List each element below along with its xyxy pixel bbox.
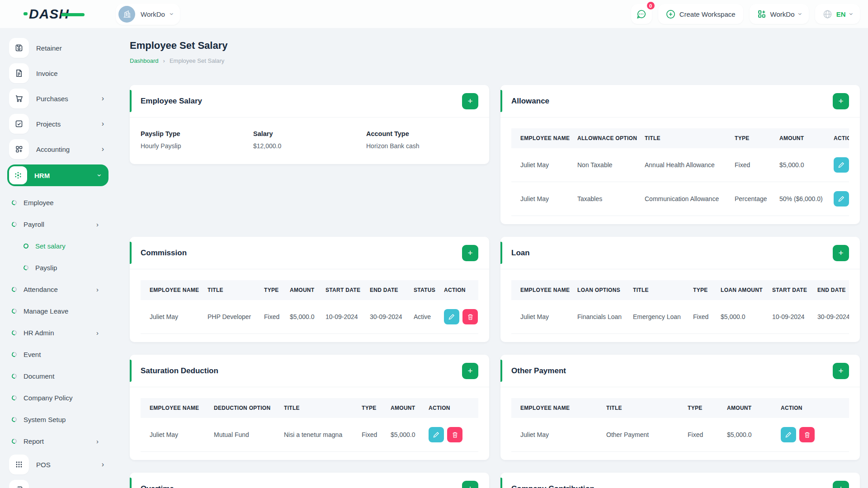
submenu-item-employee[interactable]: Employee xyxy=(12,192,108,213)
plus-icon: + xyxy=(467,96,472,106)
submenu-item-report[interactable]: Report › xyxy=(12,430,108,452)
messages-badge: 0 xyxy=(646,1,656,10)
card-accent xyxy=(500,360,502,382)
delete-button[interactable] xyxy=(462,309,478,324)
plus-icon: + xyxy=(467,366,472,376)
card-body: EMPLOYEE NAME LOAN OPTIONS TITLE TYPE LO… xyxy=(500,269,860,342)
app-menu-button[interactable]: WorkDo › xyxy=(750,4,809,24)
pencil-icon xyxy=(448,313,455,320)
messages-button[interactable]: 0 xyxy=(631,4,652,24)
submenu-item-system-setup[interactable]: System Setup xyxy=(12,408,108,430)
add-overtime-button[interactable]: + xyxy=(462,481,478,488)
add-allowance-button[interactable]: + xyxy=(833,93,849,109)
sidebar-item-hrm[interactable]: HRM › xyxy=(7,164,108,186)
card-header: Allowance + xyxy=(500,85,860,117)
table-cell: Mutual Fund xyxy=(214,418,284,452)
bullet-icon xyxy=(11,394,18,401)
table-cell: Fixed xyxy=(693,300,721,334)
chevron-down-icon: › xyxy=(796,13,803,15)
table-cell: Fixed xyxy=(688,418,727,452)
card-title: Company Contribution xyxy=(511,484,594,488)
card-header: Commission + xyxy=(130,237,489,269)
create-workspace-button[interactable]: Create Workspace xyxy=(658,4,743,24)
submenu-item-event[interactable]: Event xyxy=(12,343,108,365)
add-saturation-deduction-button[interactable]: + xyxy=(462,363,478,379)
submenu-item-hr-admin[interactable]: HR Admin › xyxy=(12,322,108,343)
column-header: TITLE xyxy=(645,128,735,148)
add-other-payment-button[interactable]: + xyxy=(833,363,849,379)
overtime-card: Overtime + xyxy=(130,473,489,488)
column-header: AMOUNT xyxy=(391,398,429,418)
add-company-contribution-button[interactable]: + xyxy=(833,481,849,488)
table-cell: Fixed xyxy=(264,300,290,334)
card-title: Allowance xyxy=(511,97,549,106)
edit-button[interactable] xyxy=(834,191,849,206)
sidebar-item-projects[interactable]: Projects › xyxy=(9,114,108,134)
edit-button[interactable] xyxy=(429,427,444,442)
submenu-item-payslip[interactable]: Payslip xyxy=(12,257,108,278)
add-commission-button[interactable]: + xyxy=(462,245,478,261)
breadcrumb-dashboard-link[interactable]: Dashboard xyxy=(130,57,159,64)
language-button[interactable]: EN › xyxy=(815,4,860,24)
chevron-right-icon: › xyxy=(102,486,104,488)
sidebar-item-retainer[interactable]: Retainer xyxy=(9,38,108,58)
main-content: Employee Set Salary Dashboard › Employee… xyxy=(116,28,868,488)
submenu-item-manage-leave[interactable]: Manage Leave xyxy=(12,300,108,322)
table-row: Juliet May Taxables Communication Allowa… xyxy=(511,182,849,216)
allowance-card: Allowance + EMPLOYEE NAME ALLOWNACE OPTI… xyxy=(500,85,860,224)
submenu-item-company-policy[interactable]: Company Policy xyxy=(12,387,108,408)
sidebar-item-invoice[interactable]: Invoice xyxy=(9,63,108,83)
column-header: EMPLOYEE NAME xyxy=(511,280,577,300)
submenu-item-attendance[interactable]: Attendance › xyxy=(12,278,108,300)
card-header: Overtime + xyxy=(130,473,489,488)
column-header: END DATE xyxy=(370,280,414,300)
create-workspace-label: Create Workspace xyxy=(679,10,736,18)
sidebar-item-label: Accounting xyxy=(36,145,70,153)
add-loan-button[interactable]: + xyxy=(833,245,849,261)
commission-table: EMPLOYEE NAME TITLE TYPE AMOUNT START DA… xyxy=(141,280,478,334)
table-header-row: EMPLOYEE NAME ALLOWNACE OPTION TITLE TYP… xyxy=(511,128,849,148)
pencil-icon xyxy=(785,431,792,438)
employee-salary-card: Employee Salary + Payslip Type Hourly Pa… xyxy=(130,85,489,164)
table-cell: Non Taxable xyxy=(577,148,645,182)
table-cell: $5,000.0 xyxy=(779,148,834,182)
bullet-icon xyxy=(23,243,29,249)
workspace-switcher[interactable]: WorkDo › xyxy=(116,4,180,25)
chevron-right-icon: › xyxy=(96,286,99,293)
submenu-item-payroll[interactable]: Payroll › xyxy=(12,213,108,235)
table-cell: Fixed xyxy=(735,148,779,182)
submenu-item-document[interactable]: Document xyxy=(12,365,108,387)
delete-button[interactable] xyxy=(447,427,462,442)
card-accent xyxy=(500,242,502,264)
other-payment-card: Other Payment + EMPLOYEE NAME TITLE TYPE… xyxy=(500,355,860,460)
table-row: Juliet May Non Taxable Annual Health All… xyxy=(511,148,849,182)
edit-button[interactable] xyxy=(781,427,796,442)
delete-button[interactable] xyxy=(799,427,815,442)
edit-button[interactable] xyxy=(834,157,849,173)
pencil-icon xyxy=(838,161,845,169)
table-cell: Emergency Loan xyxy=(633,300,693,334)
edit-button[interactable] xyxy=(444,309,459,324)
table-cell: Juliet May xyxy=(511,148,577,182)
card-accent xyxy=(130,242,132,264)
breadcrumb: Dashboard › Employee Set Salary xyxy=(130,57,860,64)
add-employee-salary-button[interactable]: + xyxy=(462,93,478,109)
sidebar-item-pos[interactable]: POS › xyxy=(9,455,108,474)
table-cell: Juliet May xyxy=(511,418,606,452)
sidebar-item-crm[interactable]: CRM › xyxy=(9,480,108,488)
saturation-deduction-table: EMPLOYEE NAME DEDUCTION OPTION TITLE TYP… xyxy=(141,398,478,452)
sidebar-item-accounting[interactable]: Accounting › xyxy=(9,139,108,159)
table-cell: 30-09-2024 xyxy=(817,300,849,334)
app-menu-label: WorkDo xyxy=(770,10,795,18)
sidebar: Retainer Invoice Purchases › Projects › xyxy=(0,28,116,488)
card-title: Other Payment xyxy=(511,366,566,375)
logo[interactable]: DASH xyxy=(0,6,116,22)
card-accent xyxy=(130,360,132,382)
chevron-right-icon: › xyxy=(163,57,165,64)
column-header: TYPE xyxy=(735,128,779,148)
loan-card: Loan + EMPLOYEE NAME LOAN OPTIONS TITLE … xyxy=(500,237,860,342)
submenu-item-set-salary[interactable]: Set salary xyxy=(12,235,108,257)
sidebar-item-purchases[interactable]: Purchases › xyxy=(9,89,108,108)
column-header: TITLE xyxy=(208,280,264,300)
table-cell: Annual Health Allowance xyxy=(645,148,735,182)
